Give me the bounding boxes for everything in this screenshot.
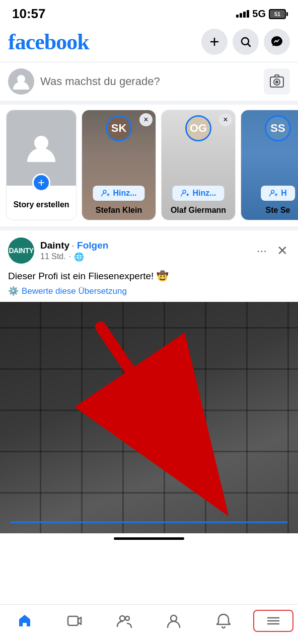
post-header: DAINTY Dainty · Folgen 11 Std. · 🌐 ··· ✕ bbox=[0, 230, 298, 268]
add-friend-olaf-icon bbox=[180, 189, 189, 198]
app-header: facebook bbox=[0, 26, 298, 62]
svg-point-14 bbox=[171, 615, 177, 621]
plus-icon bbox=[208, 36, 220, 48]
header-action-buttons bbox=[201, 29, 290, 55]
signal-icon bbox=[236, 10, 249, 18]
composer-avatar bbox=[8, 68, 34, 95]
story-card-stefan[interactable]: SK Stefan Klein × Hinz... bbox=[82, 110, 156, 220]
svg-rect-11 bbox=[68, 616, 78, 625]
story-bg-olaf: OG Olaf Giermann bbox=[162, 110, 235, 220]
post-page-name[interactable]: Dainty bbox=[40, 240, 69, 251]
svg-point-13 bbox=[125, 616, 129, 620]
bottom-navigation bbox=[0, 604, 298, 644]
post-follow-link[interactable]: Folgen bbox=[77, 240, 108, 251]
nav-profile-button[interactable] bbox=[154, 610, 194, 632]
tile-floor-image bbox=[0, 302, 298, 533]
feed-post-dainty: DAINTY Dainty · Folgen 11 Std. · 🌐 ··· ✕… bbox=[0, 230, 298, 533]
post-composer: Was machst du gerade? bbox=[0, 62, 298, 105]
status-time: 10:57 bbox=[12, 6, 46, 22]
facebook-logo: facebook bbox=[8, 29, 89, 55]
home-indicator bbox=[114, 537, 184, 540]
add-friend-ste-button[interactable]: H bbox=[261, 186, 295, 201]
post-text-content: Dieser Profi ist ein Fliesenexperte! 🤠 ⚙… bbox=[0, 268, 298, 302]
svg-point-7 bbox=[183, 190, 186, 193]
svg-point-6 bbox=[103, 190, 106, 193]
nav-friends-button[interactable] bbox=[104, 610, 144, 632]
post-page-avatar: DAINTY bbox=[8, 237, 34, 264]
battery-icon: 51 bbox=[269, 9, 286, 19]
add-post-button[interactable] bbox=[201, 29, 228, 55]
person-silhouette-icon bbox=[25, 132, 57, 164]
add-friend-ste-icon bbox=[269, 189, 278, 198]
search-button[interactable] bbox=[233, 29, 259, 55]
status-icons: 5G 51 bbox=[236, 8, 286, 20]
home-icon bbox=[17, 613, 33, 629]
story-name-olaf: Olaf Giermann bbox=[162, 206, 235, 215]
svg-point-8 bbox=[271, 190, 274, 193]
friends-icon bbox=[116, 613, 132, 629]
post-image-content bbox=[0, 302, 298, 533]
add-friend-olaf-button[interactable]: Hinz... bbox=[172, 186, 224, 201]
add-photo-button[interactable] bbox=[264, 68, 290, 95]
story-avatar-ste: SS bbox=[265, 115, 291, 141]
post-main-text: Dieser Profi ist ein Fliesenexperte! 🤠 bbox=[8, 270, 290, 283]
composer-placeholder[interactable]: Was machst du gerade? bbox=[40, 75, 258, 88]
nav-menu-button[interactable] bbox=[253, 610, 293, 632]
svg-point-12 bbox=[120, 616, 125, 621]
search-icon bbox=[240, 36, 252, 48]
profile-icon bbox=[166, 613, 182, 629]
close-story-olaf-button[interactable]: × bbox=[219, 113, 232, 126]
story-avatar-olaf: OG bbox=[185, 115, 211, 141]
create-story-plus-button[interactable]: + bbox=[32, 174, 50, 192]
create-story-card[interactable]: + Story erstellen bbox=[6, 110, 77, 220]
photo-icon bbox=[269, 74, 284, 89]
network-type: 5G bbox=[252, 8, 266, 20]
messenger-icon bbox=[270, 35, 283, 48]
story-name-stefan: Stefan Klein bbox=[82, 206, 156, 215]
post-image bbox=[0, 302, 298, 533]
messenger-button[interactable] bbox=[264, 29, 290, 55]
close-story-stefan-button[interactable]: × bbox=[139, 113, 153, 126]
nav-video-button[interactable] bbox=[54, 610, 95, 632]
progress-bar bbox=[10, 521, 288, 523]
add-friend-icon bbox=[101, 189, 110, 198]
post-close-button[interactable]: ✕ bbox=[275, 241, 290, 261]
story-name-ste: Ste Se bbox=[241, 206, 298, 215]
stories-section: + Story erstellen SK Stefan Klein × Hinz bbox=[0, 105, 298, 230]
user-silhouette-icon bbox=[12, 72, 30, 91]
nav-notifications-button[interactable] bbox=[203, 610, 244, 632]
svg-point-5 bbox=[34, 136, 48, 150]
video-icon bbox=[66, 613, 83, 629]
story-card-ste[interactable]: SS Ste Se × H bbox=[241, 110, 298, 220]
add-friend-stefan-button[interactable]: Hinz... bbox=[93, 186, 144, 201]
story-card-olaf[interactable]: OG Olaf Giermann × Hinz... bbox=[161, 110, 236, 220]
post-more-options-button[interactable]: ··· bbox=[255, 242, 269, 260]
post-time-row: 11 Std. · 🌐 bbox=[40, 252, 255, 262]
post-meta: Dainty · Folgen 11 Std. · 🌐 bbox=[40, 240, 255, 262]
create-story-label: Story erstellen bbox=[7, 190, 76, 220]
status-bar: 10:57 5G 51 bbox=[0, 0, 298, 26]
post-visibility-icon: 🌐 bbox=[74, 252, 84, 262]
nav-home-button[interactable] bbox=[5, 610, 45, 632]
stories-scroll[interactable]: + Story erstellen SK Stefan Klein × Hinz bbox=[0, 110, 298, 226]
menu-icon bbox=[265, 613, 281, 629]
post-translate-link[interactable]: ⚙️ Bewerte diese Übersetzung bbox=[8, 285, 290, 297]
bell-icon bbox=[215, 613, 232, 629]
story-bg-stefan: SK Stefan Klein bbox=[82, 110, 156, 220]
post-time: 11 Std. bbox=[40, 252, 66, 261]
story-bg-ste: SS Ste Se bbox=[241, 110, 298, 220]
svg-point-4 bbox=[275, 80, 278, 84]
story-avatar-stefan: SK bbox=[106, 115, 132, 141]
